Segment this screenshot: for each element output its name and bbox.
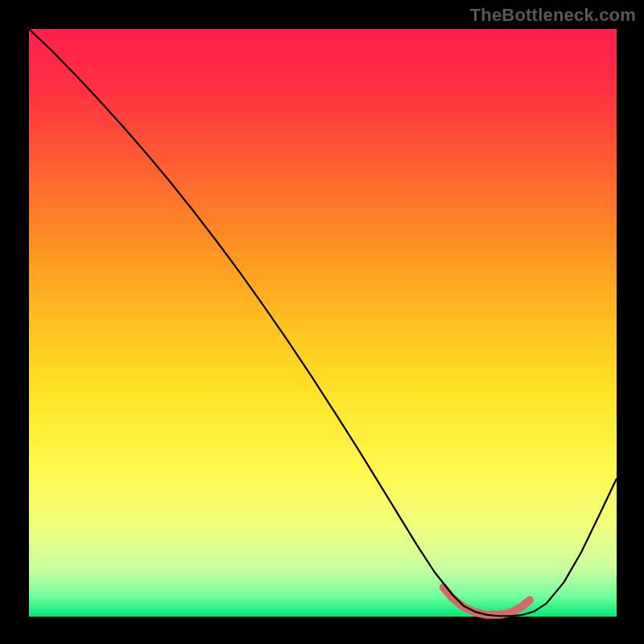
watermark-label: TheBottleneck.com [470, 5, 636, 26]
chart-canvas [0, 0, 644, 644]
plot-background-gradient [29, 29, 617, 617]
chart-container: TheBottleneck.com [0, 0, 644, 644]
